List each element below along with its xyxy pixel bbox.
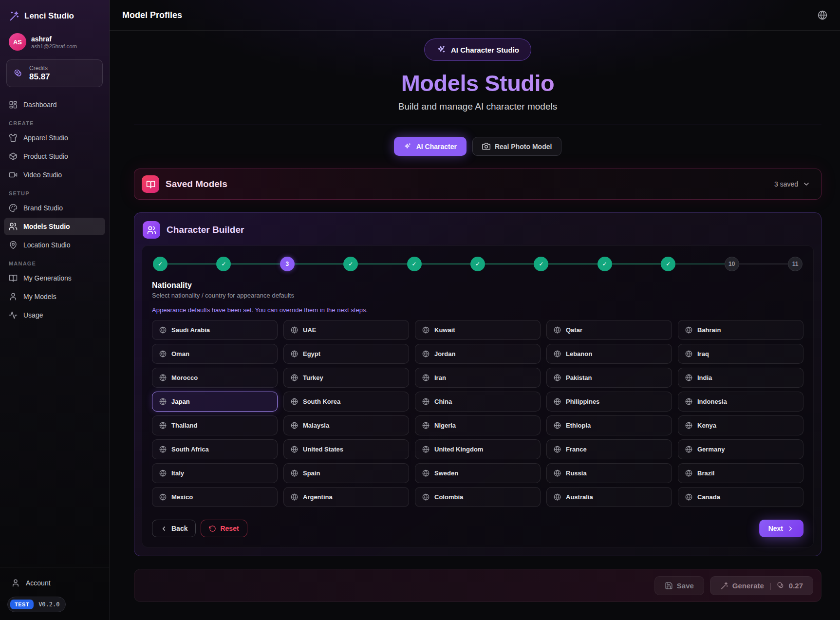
country-option[interactable]: Australia xyxy=(546,487,672,507)
sidebar-item-brand-studio[interactable]: Brand Studio xyxy=(4,199,105,217)
wizard-step[interactable]: 10 xyxy=(675,257,739,271)
wand-sparkles-icon xyxy=(720,582,728,590)
chevron-left-icon xyxy=(160,525,168,532)
country-option[interactable]: Sweden xyxy=(415,463,541,483)
sidebar-item-location-studio[interactable]: Location Studio xyxy=(4,236,105,254)
country-option[interactable]: Egypt xyxy=(283,344,409,364)
country-label: Philippines xyxy=(566,398,599,405)
step-circle[interactable]: 10 xyxy=(725,257,739,271)
country-option[interactable]: Spain xyxy=(283,463,409,483)
globe-icon[interactable] xyxy=(818,10,827,20)
wizard-step[interactable]: 3 xyxy=(231,257,294,271)
step-circle[interactable]: ✓ xyxy=(661,257,675,271)
country-option[interactable]: South Africa xyxy=(152,439,278,459)
country-option[interactable]: Jordan xyxy=(415,344,541,364)
step-circle[interactable]: ✓ xyxy=(597,257,612,271)
wizard-step[interactable]: ✓ xyxy=(153,257,168,271)
users-icon xyxy=(147,225,156,235)
step-circle[interactable]: ✓ xyxy=(153,257,168,271)
tab-ai-character[interactable]: AI Character xyxy=(394,137,467,156)
country-option[interactable]: Argentina xyxy=(283,487,409,507)
sidebar-item-usage[interactable]: Usage xyxy=(4,306,105,324)
wizard-step[interactable]: ✓ xyxy=(295,257,358,271)
country-option[interactable]: China xyxy=(415,392,541,412)
country-option[interactable]: Thailand xyxy=(152,415,278,435)
sidebar-item-apparel-studio[interactable]: Apparel Studio xyxy=(4,129,105,147)
dashboard-icon xyxy=(9,100,18,109)
country-option[interactable]: Iraq xyxy=(678,344,803,364)
wizard-step[interactable]: 11 xyxy=(739,257,803,271)
saved-models-toggle[interactable]: 3 saved xyxy=(774,180,810,188)
saved-models-bar[interactable]: Saved Models 3 saved xyxy=(134,169,821,200)
save-button[interactable]: Save xyxy=(654,576,704,595)
country-option[interactable]: Morocco xyxy=(152,368,278,388)
country-option[interactable]: Colombia xyxy=(415,487,541,507)
sidebar-item-label: Usage xyxy=(23,311,43,319)
country-option[interactable]: UAE xyxy=(283,320,409,340)
sidebar-item-account[interactable]: Account xyxy=(6,574,103,592)
country-option[interactable]: Germany xyxy=(678,439,803,459)
back-button[interactable]: Back xyxy=(152,520,196,537)
globe-icon xyxy=(685,374,692,381)
step-circle[interactable]: ✓ xyxy=(216,257,231,271)
wizard-step[interactable]: ✓ xyxy=(422,257,485,271)
country-option[interactable]: Italy xyxy=(152,463,278,483)
country-option[interactable]: Japan xyxy=(152,392,278,412)
country-option[interactable]: Canada xyxy=(678,487,803,507)
country-option[interactable]: Lebanon xyxy=(546,344,672,364)
wizard-step[interactable]: ✓ xyxy=(548,257,612,271)
country-option[interactable]: Philippines xyxy=(546,392,672,412)
book-open-icon xyxy=(9,274,18,282)
user-profile[interactable]: AS ashraf ash1@25hraf.com xyxy=(0,28,109,57)
sidebar-item-models-studio[interactable]: Models Studio xyxy=(4,218,105,235)
step-circle[interactable]: 3 xyxy=(280,257,295,271)
country-option[interactable]: Malaysia xyxy=(283,415,409,435)
country-label: Ethiopia xyxy=(566,422,591,429)
wizard-step[interactable]: ✓ xyxy=(168,257,231,271)
generate-button[interactable]: Generate | 0.27 xyxy=(710,576,813,595)
country-option[interactable]: Pakistan xyxy=(546,368,672,388)
globe-icon xyxy=(685,326,692,334)
country-label: Egypt xyxy=(303,350,320,357)
country-option[interactable]: United Kingdom xyxy=(415,439,541,459)
country-option[interactable]: Iran xyxy=(415,368,541,388)
country-option[interactable]: Indonesia xyxy=(678,392,803,412)
sidebar-item-product-studio[interactable]: Product Studio xyxy=(4,148,105,165)
step-circle[interactable]: ✓ xyxy=(343,257,358,271)
country-option[interactable]: Saudi Arabia xyxy=(152,320,278,340)
wizard-step[interactable]: ✓ xyxy=(358,257,421,271)
builder-icon-tile xyxy=(143,221,160,239)
builder-footer: Back Reset Next xyxy=(152,520,803,537)
country-option[interactable]: India xyxy=(678,368,803,388)
step-circle[interactable]: ✓ xyxy=(407,257,422,271)
country-option[interactable]: Mexico xyxy=(152,487,278,507)
sidebar-item-my-models[interactable]: My Models xyxy=(4,288,105,305)
country-option[interactable]: Russia xyxy=(546,463,672,483)
country-label: Turkey xyxy=(303,374,323,381)
country-option[interactable]: Qatar xyxy=(546,320,672,340)
country-option[interactable]: Turkey xyxy=(283,368,409,388)
country-option[interactable]: Bahrain xyxy=(678,320,803,340)
generate-label: Generate xyxy=(732,582,764,590)
step-circle[interactable]: ✓ xyxy=(534,257,548,271)
country-option[interactable]: United States xyxy=(283,439,409,459)
credits-card[interactable]: Credits 85.87 xyxy=(6,59,103,87)
wizard-step[interactable]: ✓ xyxy=(612,257,675,271)
country-option[interactable]: Nigeria xyxy=(415,415,541,435)
reset-button[interactable]: Reset xyxy=(201,520,247,537)
tab-real-photo-model[interactable]: Real Photo Model xyxy=(472,137,561,156)
country-option[interactable]: Kuwait xyxy=(415,320,541,340)
country-option[interactable]: Oman xyxy=(152,344,278,364)
sidebar-item-video-studio[interactable]: Video Studio xyxy=(4,166,105,184)
country-option[interactable]: Brazil xyxy=(678,463,803,483)
next-button[interactable]: Next xyxy=(759,520,803,537)
sidebar-item-dashboard[interactable]: Dashboard xyxy=(4,96,105,113)
country-option[interactable]: South Korea xyxy=(283,392,409,412)
country-option[interactable]: Ethiopia xyxy=(546,415,672,435)
wizard-step[interactable]: ✓ xyxy=(485,257,548,271)
country-option[interactable]: Kenya xyxy=(678,415,803,435)
country-option[interactable]: France xyxy=(546,439,672,459)
sidebar-item-my-generations[interactable]: My Generations xyxy=(4,269,105,287)
step-circle[interactable]: 11 xyxy=(788,257,803,271)
step-circle[interactable]: ✓ xyxy=(470,257,485,271)
